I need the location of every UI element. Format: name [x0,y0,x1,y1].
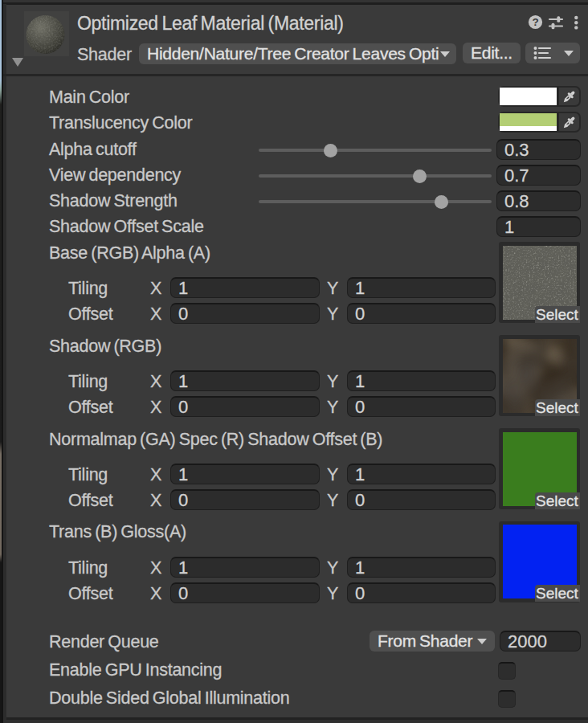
svg-text:?: ? [532,16,538,28]
